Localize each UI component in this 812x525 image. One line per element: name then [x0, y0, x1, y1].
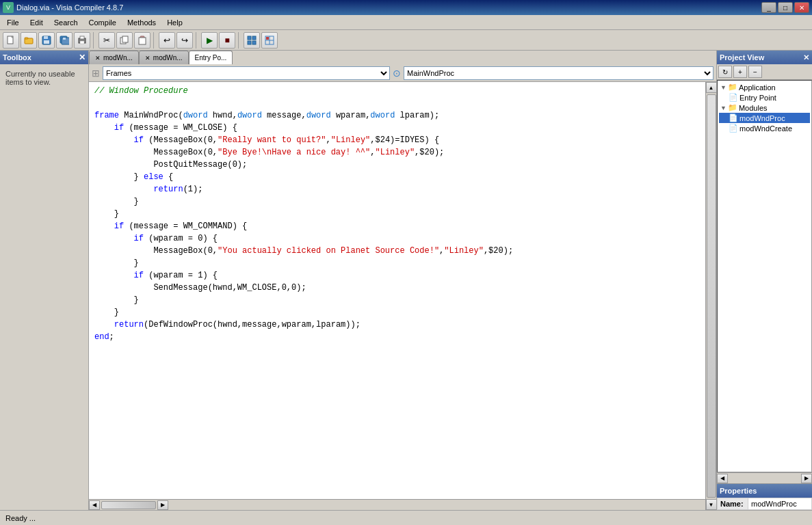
hscroll-left-button[interactable]: ◀ — [89, 500, 100, 510]
project-view-close[interactable]: ✕ — [803, 53, 809, 62]
tree-file-icon-modwndproc: 📄 — [729, 113, 738, 122]
vscroll-thumb[interactable] — [707, 94, 716, 498]
toolbox-content: Currently no useable items to view. — [0, 64, 88, 510]
proc-select[interactable]: MainWndProc — [404, 66, 713, 80]
tree-label-modwndproc: modWndProc — [739, 114, 785, 122]
svg-rect-14 — [122, 36, 128, 42]
tree-label-entrypoint: Entry Point — [739, 94, 776, 102]
svg-rect-6 — [44, 40, 49, 44]
svg-rect-11 — [80, 36, 84, 39]
paste-button[interactable] — [134, 32, 150, 49]
cut-button[interactable]: ✂ — [99, 32, 115, 49]
new-button[interactable] — [3, 32, 19, 49]
tree-item-modwndproc[interactable]: 📄 modWndProc — [719, 113, 810, 123]
tree-folder-icon-app: 📁 — [728, 83, 737, 92]
minimize-button[interactable]: _ — [761, 2, 776, 13]
toolbox-panel: Toolbox ✕ Currently no useable items to … — [0, 51, 89, 510]
tree-item-modwndcreate[interactable]: 📄 modWndCreate — [719, 123, 810, 133]
tree-item-modules[interactable]: ▼ 📁 Modules — [719, 103, 810, 113]
tree-file-icon-modwndcreate: 📄 — [729, 124, 738, 133]
run-button[interactable]: ▶ — [201, 32, 218, 49]
stop-button[interactable]: ■ — [219, 32, 235, 49]
code-editor[interactable]: // Window Procedure frame MainWndProc(dw… — [89, 82, 705, 499]
code-tab-entry[interactable]: Entry Po... — [189, 51, 233, 64]
close-button[interactable]: ✕ — [794, 2, 809, 13]
proj-add-button[interactable]: + — [733, 66, 747, 78]
toggle2-button[interactable] — [261, 32, 278, 49]
proj-remove-button[interactable]: − — [748, 66, 762, 78]
editor-hscroll: ◀ ▶ — [89, 499, 705, 510]
tree-label-application: Application — [739, 83, 776, 92]
status-text: Ready ... — [5, 514, 36, 522]
code-tab-close2[interactable]: ✕ — [145, 55, 150, 62]
svg-rect-17 — [248, 36, 251, 40]
tree-hscroll-left[interactable]: ◀ — [717, 474, 728, 483]
props-name-label: Name: — [718, 498, 748, 510]
vscroll-track: ▲ ▼ — [705, 82, 716, 510]
window-controls: _ □ ✕ — [761, 2, 809, 13]
main-layout: Toolbox ✕ Currently no useable items to … — [0, 51, 812, 510]
right-panel: Project View ✕ ↻ + − ▼ 📁 Application 📄 E… — [716, 51, 812, 510]
copy-button[interactable] — [116, 32, 133, 49]
tree-hscroll-right[interactable]: ▶ — [801, 474, 812, 483]
svg-rect-16 — [139, 38, 146, 44]
svg-rect-3 — [25, 38, 28, 39]
menu-file[interactable]: File — [1, 17, 25, 28]
props-name-value[interactable]: modWndProc — [748, 498, 812, 510]
tree-arrow-modules: ▼ — [720, 105, 726, 111]
sep1 — [93, 32, 96, 49]
tree-arrow-app: ▼ — [720, 84, 726, 91]
proj-refresh-button[interactable]: ↻ — [718, 66, 732, 78]
proc-icon: ⊙ — [393, 68, 401, 79]
menu-edit[interactable]: Edit — [25, 17, 49, 28]
open-button[interactable] — [21, 32, 37, 49]
toolbox-title: Toolbox — [3, 53, 31, 62]
svg-rect-12 — [80, 41, 84, 44]
tree-folder-icon-modules: 📁 — [728, 103, 737, 112]
print-button[interactable] — [74, 32, 90, 49]
toolbox-close-button[interactable]: ✕ — [79, 53, 86, 62]
hscroll-right-button[interactable]: ▶ — [157, 500, 168, 510]
sep4 — [238, 32, 241, 49]
code-tab-modwn1[interactable]: ✕ modWn... — [89, 51, 139, 64]
vscroll-up-button[interactable]: ▲ — [706, 82, 717, 93]
toolbox-header: Toolbox ✕ — [0, 51, 88, 64]
frames-select[interactable]: Frames — [103, 66, 390, 80]
svg-rect-19 — [248, 41, 251, 44]
undo-button[interactable]: ↩ — [159, 32, 175, 49]
tree-item-entrypoint[interactable]: 📄 Entry Point — [719, 92, 810, 103]
menu-compile[interactable]: Compile — [83, 17, 122, 28]
svg-rect-9 — [63, 38, 66, 40]
editor-area: ✕ modWn... ✕ modWn... Entry Po... ⊞ Fram… — [89, 51, 716, 510]
properties-panel: Properties Name: modWndProc — [717, 483, 812, 510]
project-tree: ▼ 📁 Application 📄 Entry Point ▼ 📁 Module… — [717, 80, 812, 472]
menu-help[interactable]: Help — [161, 17, 188, 28]
project-view-title: Project View — [720, 53, 764, 62]
vscroll-down-button[interactable]: ▼ — [706, 499, 717, 510]
save-button[interactable] — [38, 32, 55, 49]
toolbox-message: Currently no useable items to view. — [5, 70, 75, 86]
props-row-name: Name: modWndProc — [718, 498, 812, 510]
svg-rect-5 — [44, 36, 48, 39]
menu-methods[interactable]: Methods — [122, 17, 161, 28]
editor-main-row: // Window Procedure frame MainWndProc(dw… — [89, 82, 716, 510]
save-all-button[interactable] — [56, 32, 73, 49]
hscroll-thumb[interactable] — [101, 501, 156, 509]
window-title: Dialog.via - Visia Compiler 4.8.7 — [16, 3, 761, 12]
tree-item-application[interactable]: ▼ 📁 Application — [719, 82, 810, 92]
project-view-header: Project View ✕ — [717, 51, 812, 64]
redo-button[interactable]: ↪ — [176, 32, 193, 49]
toggle1-button[interactable] — [244, 32, 260, 49]
menu-bar: File Edit Search Compile Methods Help — [0, 15, 812, 30]
project-toolbar: ↻ + − — [717, 64, 812, 80]
frames-icon: ⊞ — [92, 68, 100, 79]
maximize-button[interactable]: □ — [778, 2, 793, 13]
svg-rect-18 — [252, 36, 256, 40]
menu-search[interactable]: Search — [49, 17, 83, 28]
props-header: Properties — [717, 484, 812, 498]
code-tab-modwn2[interactable]: ✕ modWn... — [139, 51, 189, 64]
code-tab-row: ✕ modWn... ✕ modWn... Entry Po... — [89, 51, 716, 64]
code-tab-close1[interactable]: ✕ — [95, 55, 101, 62]
tree-file-icon-entry: 📄 — [729, 93, 738, 102]
editor-toolbar: ⊞ Frames ⊙ MainWndProc — [89, 64, 716, 82]
